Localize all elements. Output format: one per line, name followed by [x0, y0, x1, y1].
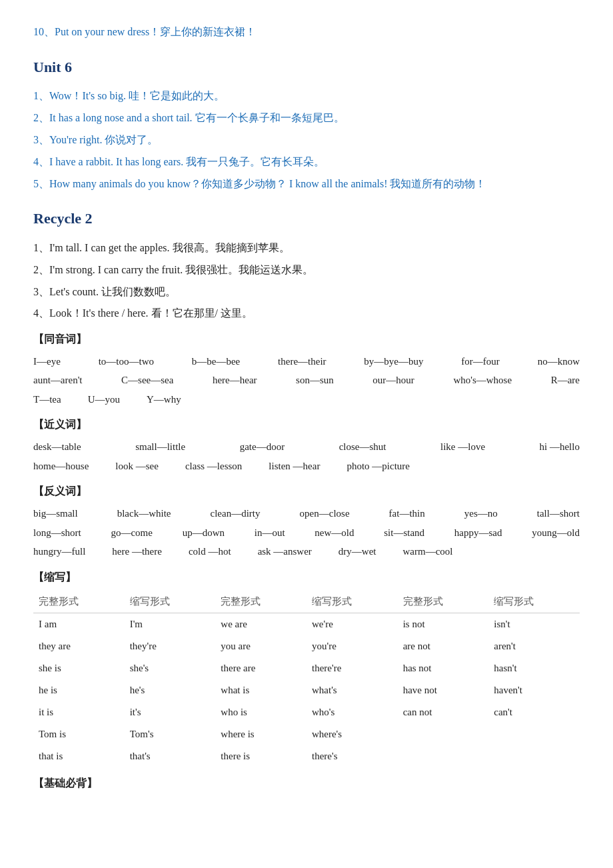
ant-pair: warm—cool [403, 542, 453, 561]
syn-pair: hi —hello [540, 437, 580, 457]
homo-pair: by—bye—buy [364, 352, 423, 371]
ant-pair: hungry—full [33, 542, 85, 561]
cell: are not [398, 635, 489, 657]
ant-pair: up—down [183, 523, 225, 543]
homo-pair: T—tea [33, 390, 61, 409]
homo-pair: R—are [551, 371, 580, 390]
syn-pair: home—house [33, 457, 89, 476]
homo-pair: Y—why [147, 390, 181, 409]
table-row: it is it's who is who's can not can't [33, 701, 580, 723]
synonyms-title: 【近义词】 [33, 415, 580, 435]
cell: they are [33, 635, 125, 657]
cell: what's [306, 679, 398, 701]
syn-pair: look —see [115, 457, 159, 476]
top-sentence-number: 10 [33, 26, 44, 37]
cell: it's [125, 701, 216, 723]
ant-pair: new—old [314, 523, 354, 543]
cell: where is [215, 723, 306, 745]
syn-pair: photo —picture [346, 457, 410, 476]
ant-pair: black—white [117, 504, 171, 523]
homo-pair: I—eye [33, 352, 61, 371]
cell: we are [215, 613, 306, 636]
syn-pair: gate—door [240, 437, 285, 457]
table-row: I am I'm we are we're is not isn't [33, 613, 580, 636]
homo-pair: son—sun [296, 371, 334, 390]
cell [488, 745, 580, 767]
ant-pair: here —there [112, 542, 162, 561]
col-header-5: 完整形式 [398, 591, 489, 613]
cell: she is [33, 657, 125, 679]
unit6-items: 1、Wow！It's so big. 哇！它是如此的大。 2、It has a … [33, 87, 580, 193]
homo-pair: U—you [88, 390, 120, 409]
cell: where's [306, 723, 398, 745]
recycle2-item-3: 3、Let's count. 让我们数数吧。 [33, 283, 580, 302]
cell: there are [215, 657, 306, 679]
unit6-title: Unit 6 [33, 54, 580, 81]
unit6-item-3: 3、You're right. 你说对了。 [33, 131, 580, 150]
cell: can't [488, 701, 580, 723]
ant-pair: yes—no [464, 504, 498, 523]
cell: she's [125, 657, 216, 679]
col-header-4: 缩写形式 [306, 591, 398, 613]
homophones-row3: T—tea U—you Y—why [33, 390, 580, 409]
homo-pair: no—know [538, 352, 580, 371]
ant-pair: in—out [255, 523, 285, 543]
cell: who's [306, 701, 398, 723]
syn-pair: class —lesson [185, 457, 242, 476]
homophones-row2: aunt—aren't C—see—sea here—hear son—sun … [33, 371, 580, 390]
cell: who is [215, 701, 306, 723]
antonyms-row1: big—small black—white clean—dirty open—c… [33, 504, 580, 523]
antonyms-row3: hungry—full here —there cold —hot ask —a… [33, 542, 580, 561]
recycle2-item-4: 4、Look！It's there / here. 看！它在那里/ 这里。 [33, 304, 580, 323]
col-header-6: 缩写形式 [488, 591, 580, 613]
table-row: that is that's there is there's [33, 745, 580, 767]
homophones-row1: I—eye to—too—two b—be—bee there—their by… [33, 352, 580, 371]
cell: I'm [125, 613, 216, 636]
unit6-item-2: 2、It has a long nose and a short tail. 它… [33, 109, 580, 128]
ant-pair: fat—thin [389, 504, 425, 523]
cell: it is [33, 701, 125, 723]
cell: can not [398, 701, 489, 723]
cell: have not [398, 679, 489, 701]
cell [398, 745, 489, 767]
cell: aren't [488, 635, 580, 657]
ant-pair: ask —answer [258, 542, 312, 561]
synonyms-row1: desk—table small—little gate—door close—… [33, 437, 580, 457]
homo-pair: C—see—sea [121, 371, 173, 390]
cell: there is [215, 745, 306, 767]
homo-pair: aunt—aren't [33, 371, 83, 390]
cell: haven't [488, 679, 580, 701]
cell: there's [306, 745, 398, 767]
cell: is not [398, 613, 489, 636]
cell: you're [306, 635, 398, 657]
syn-pair: like —love [440, 437, 485, 457]
cell: isn't [488, 613, 580, 636]
cell: they're [125, 635, 216, 657]
homo-pair: our—hour [372, 371, 414, 390]
abbreviations-table-wrapper: 完整形式 缩写形式 完整形式 缩写形式 完整形式 缩写形式 I am I'm w… [33, 591, 580, 767]
ant-pair: go—come [111, 523, 152, 543]
cell: I am [33, 613, 125, 636]
antonyms-row2: long—short go—come up—down in—out new—ol… [33, 523, 580, 543]
abbreviations-title: 【缩写】 [33, 568, 580, 587]
unit6-item-5: 5、How many animals do you know？你知道多少动物？ … [33, 175, 580, 194]
ant-pair: dry—wet [338, 542, 376, 561]
cell: what is [215, 679, 306, 701]
homo-pair: here—hear [213, 371, 257, 390]
homo-pair: there—their [278, 352, 326, 371]
table-row: Tom is Tom's where is where's [33, 723, 580, 745]
recycle2-item-1: 1、I'm tall. I can get the apples. 我很高。我能… [33, 239, 580, 258]
ant-pair: open—close [300, 504, 350, 523]
cell: there're [306, 657, 398, 679]
recycle2-item-2: 2、I'm strong. I can carry the fruit. 我很强… [33, 261, 580, 280]
cell: hasn't [488, 657, 580, 679]
cell: that is [33, 745, 125, 767]
top-sentence: 10、Put on your new dress！穿上你的新连衣裙！ [33, 23, 580, 42]
cell [488, 723, 580, 745]
ant-pair: sit—stand [384, 523, 424, 543]
ant-pair: big—small [33, 504, 78, 523]
antonyms-grid: big—small black—white clean—dirty open—c… [33, 504, 580, 561]
cell: Tom is [33, 723, 125, 745]
basic-review-title: 【基础必背】 [33, 774, 580, 793]
cell: you are [215, 635, 306, 657]
